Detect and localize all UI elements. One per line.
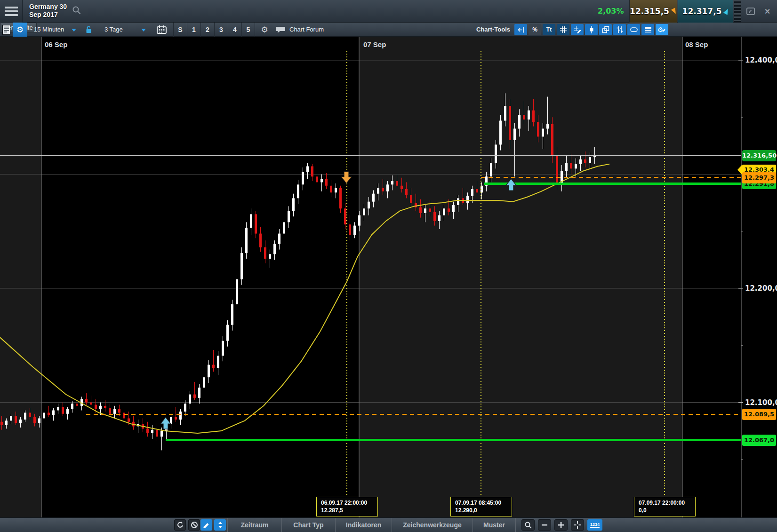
grid-icon[interactable] xyxy=(557,24,569,35)
candle-body xyxy=(311,167,313,177)
candle-body xyxy=(90,403,92,405)
candle-body xyxy=(189,395,191,404)
speed-button-s[interactable]: S xyxy=(173,23,187,37)
candle-body xyxy=(433,212,436,221)
price-down-arrow-icon xyxy=(671,8,678,15)
percent-scale-icon[interactable]: % xyxy=(529,24,541,35)
zoom-out-icon[interactable] xyxy=(538,519,551,531)
time-annotation-box[interactable]: 07.09.17 08:45:00 12.290,0 xyxy=(450,497,512,516)
candle-body xyxy=(175,417,177,420)
speed-button-3[interactable]: 3 xyxy=(214,23,228,37)
range-chevron-down-icon[interactable] xyxy=(141,29,146,32)
menu-bar xyxy=(5,7,18,8)
chart-area[interactable]: 06 Sep07 Sep08 Sep12.400,012.200,012.100… xyxy=(0,37,777,517)
candle-body xyxy=(424,208,426,213)
drag-handle[interactable] xyxy=(734,0,741,23)
sell-price-button[interactable]: 12.315,5 xyxy=(629,0,677,23)
windows-layout-icon[interactable] xyxy=(599,24,612,35)
lock-icon[interactable] xyxy=(85,26,92,33)
muster-button[interactable]: Muster xyxy=(473,518,516,532)
indikatoren-button[interactable]: Indikatoren xyxy=(335,518,392,532)
range-select[interactable]: 3 Tage xyxy=(104,23,123,37)
speed-button-5[interactable]: 5 xyxy=(241,23,255,37)
search-icon[interactable] xyxy=(72,6,82,18)
candle-body xyxy=(240,253,243,279)
candle-body xyxy=(259,234,262,247)
bottom-toolbar: Zeitraum Chart Typ Indikatoren Zeichenwe… xyxy=(0,517,777,532)
candle-body xyxy=(575,164,577,169)
candle-body xyxy=(250,214,252,228)
axis-numbers-icon[interactable]: 1234 xyxy=(587,519,602,531)
green-line-tag-lower[interactable]: 12.067,0 xyxy=(742,435,776,446)
zoom-in-icon[interactable] xyxy=(554,519,568,531)
pop-out-icon xyxy=(746,8,755,15)
zeichenwerkzeuge-button[interactable]: Zeichenwerkzeuge xyxy=(392,518,473,532)
time-annotation-box[interactable]: 06.09.17 22:00:00 12.287,5 xyxy=(316,497,378,516)
candle-body xyxy=(278,234,280,244)
candle-body xyxy=(208,365,210,377)
candlestick-icon[interactable] xyxy=(585,24,598,35)
candle-body xyxy=(179,412,182,420)
candle-body xyxy=(570,163,572,168)
comment-icon[interactable] xyxy=(276,26,286,33)
pencil-icon[interactable] xyxy=(200,519,212,531)
buy-marker-arrow-icon[interactable] xyxy=(160,417,171,429)
crosshair-icon[interactable] xyxy=(571,519,584,531)
candle-body xyxy=(283,222,285,233)
speed-button-4[interactable]: 4 xyxy=(228,23,241,37)
lines-tool-icon[interactable] xyxy=(641,24,654,35)
menu-icon[interactable] xyxy=(0,0,23,23)
candle-body xyxy=(193,395,196,398)
candle-body xyxy=(438,215,441,221)
candle-body xyxy=(302,172,304,185)
pop-out-button[interactable] xyxy=(742,0,759,23)
candle-body xyxy=(546,124,549,129)
sell-marker-arrow-icon[interactable] xyxy=(341,172,352,183)
back-arrow-icon[interactable] xyxy=(514,24,527,35)
candle-body xyxy=(198,388,200,398)
shape-tool-icon[interactable] xyxy=(627,24,640,35)
candle-body xyxy=(386,184,389,191)
zoom-icon[interactable] xyxy=(521,519,535,531)
candle-body xyxy=(490,163,492,176)
text-tool-icon[interactable]: Tt xyxy=(543,24,555,35)
candle-body xyxy=(368,202,370,209)
close-button[interactable]: × xyxy=(759,0,776,23)
news-icon[interactable] xyxy=(1,24,12,35)
calendar-icon[interactable] xyxy=(157,25,167,34)
candle-body xyxy=(269,254,271,259)
instrument-title: Germany 30 Sep 2017 xyxy=(29,3,67,19)
time-annotation-box[interactable]: 07.09.17 22:00:00 0,0 xyxy=(634,497,696,516)
settings-gear-icon[interactable]: ⚙ xyxy=(258,24,271,35)
buy-price-button[interactable]: 12.317,5 xyxy=(678,0,733,23)
interval-select[interactable]: 15 Minuten xyxy=(34,23,64,37)
candle-body xyxy=(325,179,328,186)
ohlc-bars-icon[interactable] xyxy=(613,24,626,35)
chart-typ-button[interactable]: Chart Typ xyxy=(281,518,335,532)
candle-body xyxy=(95,405,97,409)
disable-drawing-icon[interactable] xyxy=(188,519,200,531)
refresh-icon[interactable] xyxy=(174,519,186,531)
speed-button-1[interactable]: 1 xyxy=(187,23,200,37)
current-price-tag: 12.316,50 xyxy=(742,150,776,161)
candle-body xyxy=(203,377,205,388)
zeitraum-button[interactable]: Zeitraum xyxy=(227,518,281,532)
candle-body xyxy=(495,144,497,163)
candle-body xyxy=(330,186,332,193)
chart-settings-button[interactable]: ⚙ xyxy=(13,23,27,37)
candle-body xyxy=(52,410,55,415)
chart-forum-link[interactable]: Chart Forum xyxy=(289,23,324,37)
draw-grid-icon[interactable] xyxy=(571,24,584,35)
candle-body xyxy=(57,407,59,410)
gear-edit-icon[interactable]: ⚙ xyxy=(656,24,668,35)
interval-chevron-down-icon[interactable] xyxy=(72,29,76,32)
candle-body xyxy=(344,208,346,224)
orange-line-tag-upper[interactable]: 12.297,3 xyxy=(742,172,776,183)
speed-button-2[interactable]: 2 xyxy=(200,23,214,37)
sort-arrows-icon[interactable] xyxy=(214,519,226,531)
candle-body xyxy=(255,214,257,233)
candle-body xyxy=(245,228,248,253)
orange-line-tag-lower[interactable]: 12.089,5 xyxy=(742,409,776,420)
candle-body xyxy=(593,156,596,157)
price-chart[interactable]: 06 Sep07 Sep08 Sep12.400,012.200,012.100… xyxy=(0,37,777,517)
